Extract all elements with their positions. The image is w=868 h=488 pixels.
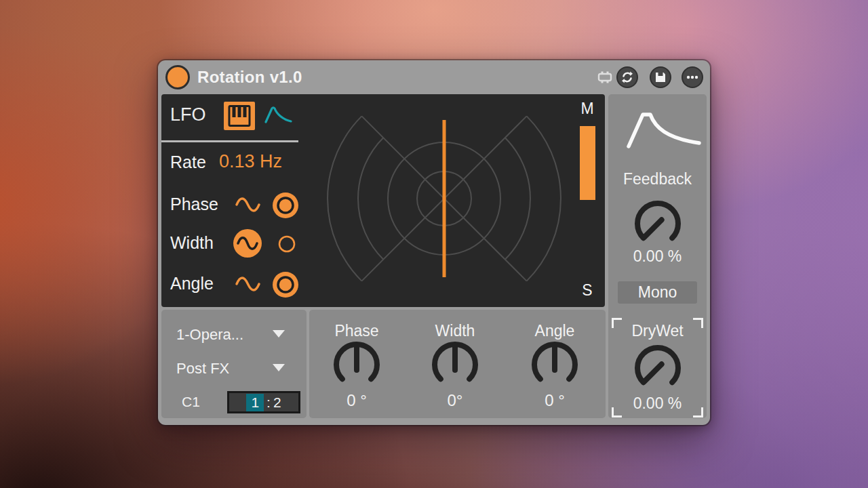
sync-button[interactable]: [616, 66, 638, 88]
lfo-row-label-phase: Phase: [170, 195, 218, 214]
source-dropdown-arrow-icon[interactable]: [273, 330, 285, 338]
mono-button-label: Mono: [638, 283, 677, 302]
save-icon: [654, 71, 667, 83]
drywet-group: DryWet 0.00 %: [612, 318, 703, 418]
phase-circle-toggle-on[interactable]: [272, 192, 299, 219]
side-meter-label: S: [574, 281, 601, 300]
angle-knob-value[interactable]: 0 °: [517, 391, 592, 410]
drywet-knob[interactable]: [632, 342, 684, 394]
angle-wave-toggle[interactable]: [235, 275, 260, 293]
ratio-separator: :: [267, 394, 271, 411]
titlebar: Rotation v1.0: [158, 60, 710, 94]
channel-ratio-box[interactable]: 1 : 2: [227, 391, 300, 413]
phase-knob-group: Phase 0 °: [319, 310, 394, 418]
mid-meter-label: M: [574, 100, 601, 118]
feedback-envelope-icon: [626, 108, 702, 150]
angle-circle-toggle-on[interactable]: [272, 271, 299, 298]
lfo-row-label-width: Width: [170, 233, 214, 253]
tap-point-dropdown-arrow-icon[interactable]: [273, 364, 285, 371]
lfo-display-panel: LFO Rate 0.13 Hz Phase: [161, 94, 605, 307]
feedback-label: Feedback: [608, 170, 707, 188]
phase-knob-label: Phase: [319, 322, 394, 340]
width-knob[interactable]: [429, 339, 481, 390]
output-panel: Feedback 0.00 % Mono DryWet 0.00 %: [608, 94, 707, 418]
tap-point-dropdown[interactable]: Post FX: [176, 360, 229, 378]
midi-keyboard-button[interactable]: [224, 102, 255, 130]
phase-wave-toggle[interactable]: [235, 196, 260, 214]
width-knob-group: Width 0°: [418, 310, 492, 418]
save-button[interactable]: [650, 66, 671, 88]
ratio-left-value[interactable]: 1: [246, 394, 264, 411]
feedback-knob[interactable]: [632, 198, 684, 249]
phase-knob[interactable]: [331, 339, 382, 390]
sync-icon: [620, 70, 634, 84]
angle-knob-group: Angle 0 °: [517, 310, 592, 418]
rate-label: Rate: [170, 152, 206, 172]
mono-button[interactable]: Mono: [618, 281, 697, 304]
angle-knob[interactable]: [529, 339, 580, 390]
lfo-divider: [161, 140, 298, 142]
angle-knob-label: Angle: [517, 322, 592, 340]
lfo-section-title: LFO: [170, 104, 206, 125]
routing-panel: 1-Opera... Post FX C1 1 : 2: [161, 310, 307, 418]
width-circle-toggle-off[interactable]: [278, 235, 296, 253]
envelope-mode-button[interactable]: [264, 105, 292, 124]
mid-level-meter: [580, 126, 595, 200]
device-title: Rotation v1.0: [197, 60, 302, 94]
drywet-label: DryWet: [612, 322, 703, 340]
phase-knob-value[interactable]: 0 °: [319, 391, 394, 410]
width-wave-toggle-on[interactable]: [233, 228, 262, 258]
channel-label: C1: [182, 394, 200, 410]
desktop-background: Rotation v1.0: [0, 0, 868, 488]
source-dropdown[interactable]: 1-Opera...: [176, 326, 243, 344]
feedback-value[interactable]: 0.00 %: [608, 247, 707, 266]
rotation-knobs-panel: Phase 0 ° Width 0° Angle: [309, 310, 606, 418]
device-window: Rotation v1.0: [158, 60, 710, 425]
drywet-value[interactable]: 0.00 %: [612, 394, 703, 413]
device-power-toggle[interactable]: [165, 65, 190, 89]
more-icon: [686, 70, 699, 84]
more-button[interactable]: [682, 66, 703, 88]
width-knob-label: Width: [418, 322, 492, 340]
width-knob-value[interactable]: 0°: [418, 391, 492, 410]
rate-value[interactable]: 0.13 Hz: [219, 151, 282, 172]
lfo-row-label-angle: Angle: [170, 274, 214, 293]
hot-swap-icon[interactable]: [597, 70, 612, 84]
ratio-right-value[interactable]: 2: [273, 394, 281, 411]
